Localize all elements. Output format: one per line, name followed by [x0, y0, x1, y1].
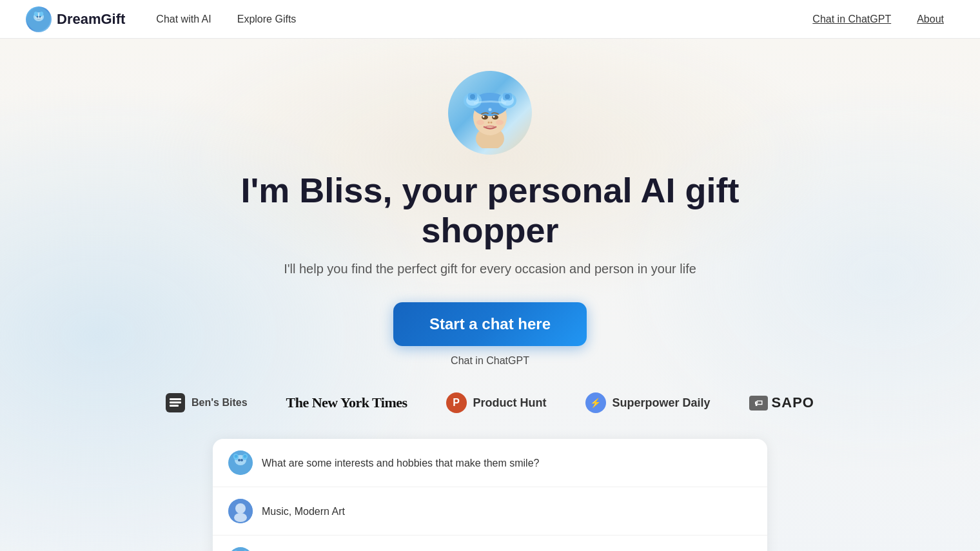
svg-point-35 — [238, 459, 240, 461]
svg-point-44 — [228, 547, 253, 551]
svg-point-20 — [482, 115, 488, 120]
svg-point-6 — [39, 15, 41, 17]
logo-sapo: 🏷 SAPO — [749, 394, 814, 411]
chat-text-2: Music, Modern Art — [262, 499, 345, 519]
user-avatar-1 — [228, 499, 253, 523]
superpower-daily-icon: ⚡ — [585, 392, 606, 413]
logo-icon — [26, 6, 52, 32]
svg-point-27 — [496, 120, 504, 125]
logo-link[interactable]: DreamGift — [26, 6, 125, 32]
sapo-label: SAPO — [772, 394, 814, 411]
svg-point-29 — [489, 108, 492, 111]
svg-point-42 — [235, 503, 246, 514]
ai-avatar-1 — [228, 450, 253, 475]
svg-point-16 — [470, 94, 475, 99]
logo-text: DreamGift — [57, 11, 125, 28]
logo-nyt: The New York Times — [286, 394, 407, 411]
ai-avatar-2 — [228, 547, 253, 551]
svg-point-36 — [240, 459, 243, 461]
product-hunt-label: Product Hunt — [473, 396, 547, 410]
svg-point-24 — [488, 122, 490, 124]
svg-point-22 — [483, 116, 485, 118]
nav-about[interactable]: About — [906, 8, 954, 30]
chat-text-1: What are some interests and hobbies that… — [262, 450, 539, 471]
nav-links-right: Chat in ChatGPT About — [802, 8, 954, 30]
cta-sub-text: Chat in ChatGPT — [451, 355, 529, 367]
logo-product-hunt: P Product Hunt — [446, 392, 547, 413]
avatar-container — [448, 71, 532, 155]
logo-bens-bites: Ben's Bites — [166, 393, 248, 412]
svg-point-23 — [493, 116, 495, 118]
start-chat-button[interactable]: Start a chat here — [393, 302, 587, 346]
nav-explore-gifts[interactable]: Explore Gifts — [227, 8, 307, 30]
navbar: DreamGift Chat with AI Explore Gifts Cha… — [0, 0, 980, 39]
hero-content: I'm Bliss, your personal AI gift shopper… — [200, 71, 780, 367]
svg-point-5 — [37, 15, 39, 17]
svg-point-26 — [476, 120, 484, 125]
svg-point-43 — [234, 513, 247, 522]
logos-section: Ben's Bites The New York Times P Product… — [114, 367, 866, 439]
svg-rect-31 — [170, 401, 181, 403]
logo-svg — [27, 8, 50, 31]
chat-text-3: Last but not least, how much are you wil… — [262, 547, 615, 551]
svg-point-19 — [505, 94, 510, 99]
nav-chat-with-ai[interactable]: Chat with AI — [146, 8, 221, 30]
chat-message-3: Last but not least, how much are you wil… — [213, 536, 767, 551]
bens-bites-icon — [166, 393, 185, 412]
chat-message-1: What are some interests and hobbies that… — [213, 439, 767, 487]
svg-rect-30 — [170, 398, 181, 400]
nyt-label: The New York Times — [286, 394, 407, 411]
product-hunt-icon: P — [446, 392, 467, 413]
logo-superpower-daily: ⚡ Superpower Daily — [585, 392, 710, 413]
hero-section: I'm Bliss, your personal AI gift shopper… — [0, 39, 980, 551]
avatar-svg — [455, 77, 525, 148]
nav-chat-in-chatgpt[interactable]: Chat in ChatGPT — [802, 8, 901, 30]
hero-title: I'm Bliss, your personal AI gift shopper — [200, 170, 780, 250]
sapo-icon: 🏷 — [749, 396, 768, 411]
chat-preview: What are some interests and hobbies that… — [213, 439, 767, 551]
svg-point-25 — [491, 122, 493, 124]
bens-bites-label: Ben's Bites — [191, 397, 248, 409]
svg-point-21 — [492, 115, 498, 120]
svg-rect-32 — [170, 405, 179, 407]
nav-links-left: Chat with AI Explore Gifts — [146, 8, 306, 30]
avatar — [448, 71, 532, 155]
svg-point-40 — [244, 455, 247, 458]
superpower-daily-label: Superpower Daily — [612, 396, 710, 410]
hero-subtitle: I'll help you find the perfect gift for … — [284, 262, 696, 276]
chat-message-2: Music, Modern Art — [213, 487, 767, 536]
svg-point-39 — [235, 455, 238, 458]
